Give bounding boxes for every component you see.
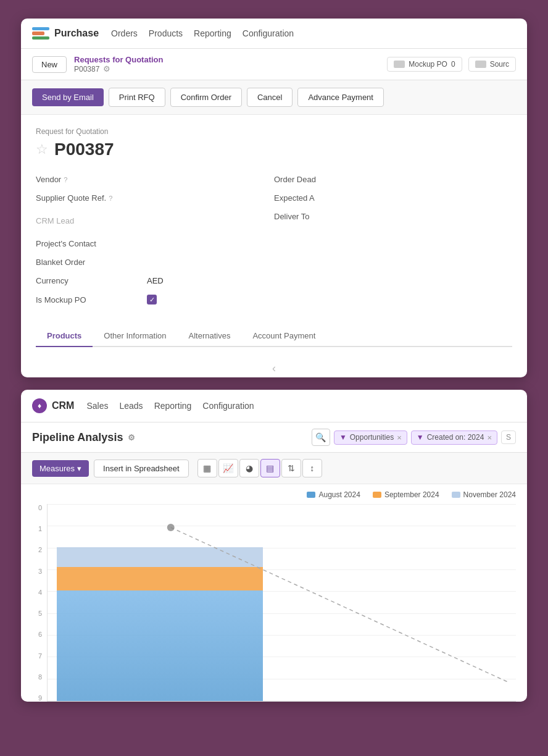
legend-aug-dot xyxy=(307,492,315,498)
gear-icon[interactable]: ⚙ xyxy=(103,64,110,74)
form-right-col: Order Dead Expected A Deliver To xyxy=(274,170,512,309)
y-5: 5 xyxy=(32,610,42,617)
is-mockup-row: Is Mockup PO xyxy=(36,290,274,309)
expected-arrival-value[interactable] xyxy=(385,193,512,203)
nav-configuration[interactable]: Configuration xyxy=(243,27,294,40)
mockup-po-label: Mockup PO xyxy=(409,60,447,69)
deliver-to-label: Deliver To xyxy=(274,212,385,221)
tab-alternatives[interactable]: Alternatives xyxy=(178,326,242,347)
form-record-title: P00387 xyxy=(54,140,114,159)
favorite-star-icon[interactable]: ☆ xyxy=(36,141,48,158)
filter-more[interactable]: S xyxy=(501,430,516,444)
purchase-logo xyxy=(32,27,49,40)
purchase-card: Purchase Orders Products Reporting Confi… xyxy=(21,19,527,377)
legend-nov-label: November 2024 xyxy=(463,490,516,499)
crm-nav-leads[interactable]: Leads xyxy=(119,400,143,412)
y-0: 0 xyxy=(32,504,42,511)
deliver-to-input[interactable] xyxy=(385,212,512,221)
breadcrumb-section: Requests for Quotation P00387 ⚙ xyxy=(74,55,163,74)
vendor-input[interactable] xyxy=(147,175,274,184)
legend-sep: September 2024 xyxy=(373,490,439,499)
chart-pie-button[interactable]: ◕ xyxy=(239,459,259,477)
supplier-quote-row: Supplier Quote Ref. ? xyxy=(36,189,274,208)
projects-contact-input[interactable] xyxy=(147,239,274,248)
y-3: 3 xyxy=(32,568,42,575)
crm-nav: CRM Sales Leads Reporting Configuration xyxy=(21,390,527,422)
currency-row: Currency AED xyxy=(36,272,274,290)
send-email-button[interactable]: Send by Email xyxy=(32,88,104,106)
projects-contact-value[interactable] xyxy=(147,239,274,248)
advance-payment-button[interactable]: Advance Payment xyxy=(297,88,384,107)
insert-spreadsheet-button[interactable]: Insert in Spreadsheet xyxy=(94,460,189,477)
filter-opportunities[interactable]: ▼ Opportunities × xyxy=(334,430,407,445)
brand-name: Purchase xyxy=(54,28,99,39)
bar-sep-1 xyxy=(57,567,263,590)
nav-reporting[interactable]: Reporting xyxy=(194,27,231,40)
crm-nav-sales[interactable]: Sales xyxy=(86,400,108,412)
measures-button[interactable]: Measures ▾ xyxy=(32,460,89,477)
chart-legend: August 2024 September 2024 November 2024 xyxy=(32,490,516,499)
source-label: Sourc xyxy=(490,60,509,69)
vendor-row: Vendor ? xyxy=(36,170,274,189)
is-mockup-value[interactable] xyxy=(147,295,274,304)
blanket-order-input[interactable] xyxy=(147,258,274,267)
filter-created-on[interactable]: ▼ Created on: 2024 × xyxy=(411,430,497,445)
pipeline-gear-icon[interactable]: ⚙ xyxy=(128,433,135,442)
purchase-nav: Purchase Orders Products Reporting Confi… xyxy=(21,19,527,49)
breadcrumb-link[interactable]: Requests for Quotation xyxy=(74,55,163,64)
pipeline-title-row: Pipeline Analysis ⚙ xyxy=(32,431,135,444)
card-icon xyxy=(394,61,405,68)
supplier-quote-input[interactable] xyxy=(147,193,274,203)
breadcrumb-current: P00387 ⚙ xyxy=(74,64,163,74)
bar-group-1 xyxy=(57,504,263,701)
vendor-value[interactable] xyxy=(147,175,274,184)
bar-nov-1 xyxy=(57,547,263,567)
projects-contact-label: Project's Contact xyxy=(36,239,147,248)
crm-brand: CRM xyxy=(32,398,74,413)
is-mockup-label: Is Mockup PO xyxy=(36,295,147,304)
chart-stacked-button[interactable]: ▤ xyxy=(260,459,280,477)
expected-arrival-input[interactable] xyxy=(385,193,512,203)
deliver-to-value[interactable] xyxy=(385,212,512,221)
print-rfq-button[interactable]: Print RFQ xyxy=(109,88,165,107)
legend-sep-label: September 2024 xyxy=(384,490,439,499)
filter-created-on-close[interactable]: × xyxy=(487,433,492,442)
tab-products[interactable]: Products xyxy=(36,326,93,347)
search-button[interactable]: 🔍 xyxy=(312,429,330,446)
scroll-indicator: ‹ xyxy=(21,359,527,377)
cancel-button[interactable]: Cancel xyxy=(247,88,293,107)
order-deadline-value[interactable] xyxy=(385,175,512,184)
chart-bar-button[interactable]: ▦ xyxy=(197,459,217,477)
y-9: 9 xyxy=(32,694,42,702)
chart-line-button[interactable]: 📈 xyxy=(218,459,238,477)
mockup-po-badge: Mockup PO 0 xyxy=(387,57,462,72)
nav-orders[interactable]: Orders xyxy=(111,27,138,40)
crm-brand-name: CRM xyxy=(52,400,74,411)
nav-products[interactable]: Products xyxy=(149,27,183,40)
purchase-nav-links: Orders Products Reporting Configuration xyxy=(111,27,294,40)
y-6: 6 xyxy=(32,631,42,638)
vendor-label: Vendor ? xyxy=(36,175,147,184)
confirm-order-button[interactable]: Confirm Order xyxy=(170,88,242,107)
chart-sort-desc-button[interactable]: ↕ xyxy=(302,459,322,477)
is-mockup-checkbox[interactable] xyxy=(147,295,157,304)
form-fields: Vendor ? Supplier Quote Ref. ? CRM Lead xyxy=(36,170,512,309)
order-deadline-input[interactable] xyxy=(385,175,512,184)
new-button[interactable]: New xyxy=(32,56,67,73)
crm-nav-configuration[interactable]: Configuration xyxy=(202,400,254,412)
currency-label: Currency xyxy=(36,276,147,285)
purchase-subheader: New Requests for Quotation P00387 ⚙ Mock… xyxy=(21,49,527,80)
y-2: 2 xyxy=(32,546,42,553)
vendor-help: ? xyxy=(64,176,67,183)
crm-nav-reporting[interactable]: Reporting xyxy=(154,400,192,412)
blanket-order-value[interactable] xyxy=(147,258,274,267)
filter-opportunities-close[interactable]: × xyxy=(397,433,402,442)
chart-type-buttons: ▦ 📈 ◕ ▤ ⇅ ↕ xyxy=(197,459,322,477)
tab-account-payment[interactable]: Account Payment xyxy=(241,326,326,347)
form-type-label: Request for Quotation xyxy=(36,127,512,136)
chart-sort-asc-button[interactable]: ⇅ xyxy=(281,459,301,477)
tab-other-info[interactable]: Other Information xyxy=(93,326,177,347)
chart-y-axis: 9 8 7 6 5 4 3 2 1 0 xyxy=(32,504,47,702)
supplier-quote-value[interactable] xyxy=(147,193,274,203)
expected-arrival-label: Expected A xyxy=(274,193,385,203)
